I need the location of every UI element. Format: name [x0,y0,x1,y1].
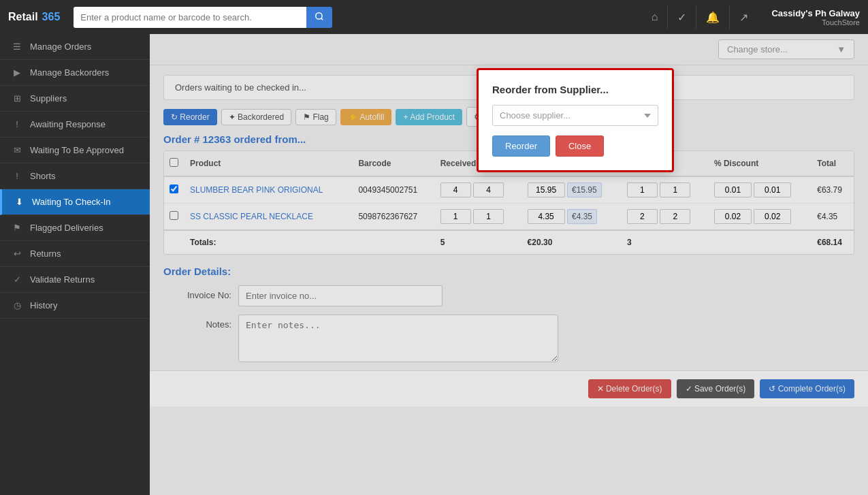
bell-icon-btn[interactable]: 🔔 [696,5,730,29]
sidebar-item-label: History [30,300,57,310]
modal-buttons: Reorder Close [492,135,658,157]
user-info: Cassidy's Ph Galway TouchStore [765,8,860,27]
manage-backorders-icon: ▶ [11,67,23,78]
sidebar-item-label: Shorts [30,171,56,181]
sidebar: ☰ Manage Orders ▶ Manage Backorders ⊞ Su… [0,34,150,495]
history-icon: ◷ [11,300,23,310]
sidebar-item-label: Suppliers [30,93,67,103]
sidebar-item-history[interactable]: ◷ History [0,293,150,319]
sidebar-item-awaiting-response[interactable]: ! Awaiting Response [0,112,150,138]
reorder-modal: Reorder from Supplier... Choose supplier… [477,68,674,172]
top-bar: Retail365 ⌂ ✓ 🔔 ↗ Cassidy's Ph Galway To… [0,0,868,34]
manage-orders-icon: ☰ [11,42,23,52]
sidebar-item-waiting-to-be-approved[interactable]: ✉ Waiting To Be Approved [0,138,150,163]
sidebar-item-label: Waiting To Be Approved [30,145,124,155]
check-icon-btn[interactable]: ✓ [668,5,696,29]
awaiting-response-icon: ! [11,119,23,129]
sidebar-item-label: Manage Backorders [30,67,109,78]
sidebar-item-returns[interactable]: ↩ Returns [0,241,150,267]
waiting-approved-icon: ✉ [11,145,23,155]
flagged-deliveries-icon: ⚑ [11,223,23,233]
svg-point-0 [316,12,322,18]
logo: Retail365 [8,11,60,23]
sidebar-item-validate-returns[interactable]: ✓ Validate Returns [0,267,150,293]
sidebar-item-label: Waiting To Check-In [32,197,111,207]
supplier-select[interactable]: Choose supplier... [492,105,658,126]
app-container: Retail365 ⌂ ✓ 🔔 ↗ Cassidy's Ph Galway To… [0,0,868,495]
user-store: TouchStore [771,18,860,27]
suppliers-icon: ⊞ [11,93,23,103]
search-button[interactable] [306,7,332,28]
content-area: Change store... ▼ Orders waiting to be c… [150,34,868,495]
shorts-icon: ! [11,171,23,181]
sidebar-item-shorts[interactable]: ! Shorts [0,163,150,189]
sidebar-item-label: Awaiting Response [30,119,106,129]
home-icon-btn[interactable]: ⌂ [642,5,669,29]
search-input[interactable] [74,7,306,28]
validate-returns-icon: ✓ [11,274,23,285]
modal-overlay: Reorder from Supplier... Choose supplier… [150,34,868,495]
search-container [74,7,332,28]
waiting-checkin-icon: ⬇ [13,197,25,207]
sidebar-item-manage-orders[interactable]: ☰ Manage Orders [0,34,150,60]
returns-icon: ↩ [11,249,23,259]
sidebar-item-waiting-to-check-in[interactable]: ⬇ Waiting To Check-In [0,189,150,215]
sidebar-item-label: Flagged Deliveries [30,223,103,233]
sidebar-item-flagged-deliveries[interactable]: ⚑ Flagged Deliveries [0,215,150,241]
svg-line-1 [321,18,323,20]
share-icon-btn[interactable]: ↗ [730,5,758,29]
logo-365: 365 [42,11,61,23]
main-area: ☰ Manage Orders ▶ Manage Backorders ⊞ Su… [0,34,868,495]
sidebar-item-manage-backorders[interactable]: ▶ Manage Backorders [0,60,150,86]
sidebar-item-label: Validate Returns [30,274,95,285]
sidebar-item-suppliers[interactable]: ⊞ Suppliers [0,86,150,112]
sidebar-item-label: Manage Orders [30,42,91,52]
user-name: Cassidy's Ph Galway [771,8,860,18]
logo-retail: Retail [8,11,38,23]
modal-title: Reorder from Supplier... [492,84,658,95]
sidebar-item-label: Returns [30,249,61,259]
modal-close-button[interactable]: Close [556,135,604,157]
top-icons: ⌂ ✓ 🔔 ↗ [642,5,758,29]
modal-reorder-button[interactable]: Reorder [492,135,550,157]
